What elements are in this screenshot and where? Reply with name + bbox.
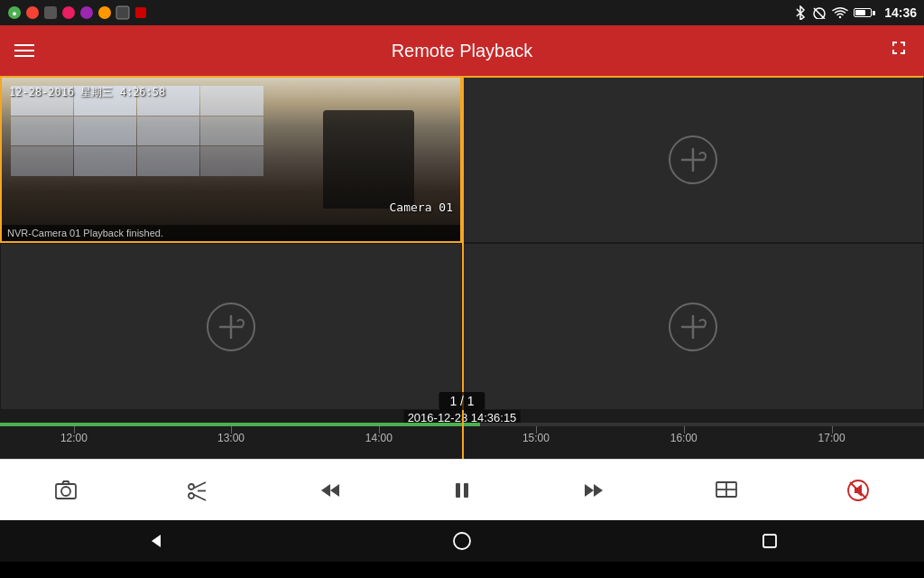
back-button[interactable] [140, 527, 169, 555]
svg-rect-41 [763, 535, 776, 547]
svg-rect-29 [456, 483, 460, 498]
tick-3 [379, 426, 380, 434]
pause-button[interactable] [440, 469, 484, 512]
fullscreen-button[interactable] [888, 37, 910, 64]
tick-2 [231, 426, 232, 434]
svg-rect-3 [44, 6, 57, 19]
app-icon-2 [25, 5, 40, 20]
timeline-progress [0, 423, 480, 426]
wifi-icon [832, 6, 848, 19]
svg-text:●: ● [12, 9, 16, 18]
app-icon-4 [61, 5, 76, 20]
timeline[interactable]: 2016-12-28 14:36:15 12:00 13:00 14:00 15… [0, 410, 924, 459]
video-cell-4[interactable] [462, 243, 924, 410]
controls-bar [0, 459, 924, 520]
battery-icon [854, 8, 875, 17]
timeline-label-14: 14:00 [365, 432, 393, 444]
mute-button[interactable] [836, 469, 880, 512]
camera-status: NVR-Camera 01 Playback finished. [2, 225, 460, 241]
tick-5 [684, 426, 685, 434]
add-camera-3 [1, 244, 461, 409]
video-cell-1[interactable]: 12-28-2016 星期三 4:26:58 Camera 01 NVR-Cam… [0, 76, 462, 243]
snapshot-button[interactable] [44, 469, 88, 512]
svg-marker-32 [594, 484, 603, 497]
svg-point-6 [98, 6, 111, 19]
svg-point-22 [189, 484, 194, 489]
svg-rect-7 [116, 6, 129, 19]
svg-rect-30 [464, 483, 468, 498]
status-time: 14:36 [884, 5, 917, 20]
svg-line-38 [850, 482, 866, 499]
svg-marker-31 [585, 484, 594, 497]
svg-point-40 [454, 533, 470, 549]
svg-point-5 [80, 6, 93, 19]
app-icon-8 [134, 5, 148, 20]
timeline-label-13: 13:00 [217, 432, 245, 444]
video-cell-3[interactable] [0, 243, 462, 410]
camera-timestamp: 12-28-2016 星期三 4:26:58 [9, 85, 165, 100]
timeline-label-16: 16:00 [670, 432, 698, 444]
svg-marker-28 [330, 484, 339, 497]
recents-button[interactable] [755, 527, 784, 555]
camera-name: Camera 01 [390, 200, 453, 214]
svg-rect-8 [135, 7, 146, 18]
rewind-button[interactable] [309, 469, 352, 512]
app-icon-1: ● [7, 5, 22, 20]
status-icons-left: ● [7, 5, 148, 20]
page-indicator: 1 / 1 [439, 392, 485, 410]
fastforward-button[interactable] [572, 469, 615, 512]
timeline-cursor [462, 410, 464, 459]
svg-point-4 [62, 6, 75, 19]
app-icon-5 [79, 5, 94, 20]
app-bar: Remote Playback [0, 25, 924, 76]
tick-6 [832, 426, 833, 434]
timeline-label-12: 12:00 [60, 432, 88, 444]
svg-point-2 [26, 6, 39, 19]
menu-button[interactable] [14, 44, 34, 57]
multiscreen-button[interactable] [705, 469, 748, 512]
tick-4 [536, 426, 537, 434]
svg-point-23 [189, 493, 194, 499]
video-cell-2[interactable] [462, 76, 924, 243]
signal-off-icon [812, 6, 827, 19]
add-camera-4 [462, 244, 923, 409]
app-icon-6 [97, 5, 112, 20]
home-button[interactable] [448, 527, 476, 555]
app-title: Remote Playback [392, 41, 533, 61]
grid-divider-vertical [462, 76, 464, 410]
status-icons-right: 14:36 [794, 5, 917, 20]
svg-line-25 [194, 494, 207, 500]
video-grid: 12-28-2016 星期三 4:26:58 Camera 01 NVR-Cam… [0, 76, 924, 410]
svg-line-24 [194, 482, 207, 489]
svg-marker-39 [152, 535, 161, 547]
timeline-label-15: 15:00 [522, 432, 550, 444]
tick-1 [74, 426, 75, 434]
bluetooth-icon [794, 5, 807, 20]
svg-point-21 [61, 487, 70, 496]
app-icon-3 [43, 5, 58, 20]
status-bar: ● 14:36 [0, 0, 924, 25]
add-camera-2 [462, 78, 923, 242]
svg-marker-27 [321, 484, 330, 497]
nav-bar [0, 520, 924, 562]
app-icon-7 [116, 5, 130, 20]
timeline-label-17: 17:00 [818, 432, 845, 444]
camera-view-1 [2, 78, 460, 241]
trim-button[interactable] [176, 469, 219, 512]
